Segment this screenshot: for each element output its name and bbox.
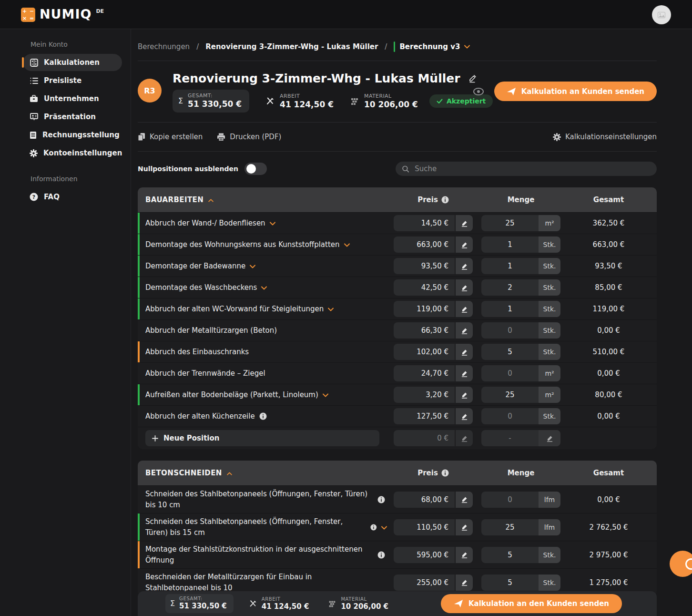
price-value[interactable]: 119,00 € <box>394 301 455 317</box>
price-value[interactable]: 68,00 € <box>394 492 455 508</box>
edit-price-button[interactable] <box>456 215 473 231</box>
info-icon[interactable] <box>377 496 385 503</box>
expand-row-button[interactable] <box>323 393 328 397</box>
edit-price-button[interactable] <box>456 365 473 381</box>
edit-price-button[interactable] <box>456 408 473 424</box>
edit-price-button[interactable] <box>456 492 473 508</box>
price-value[interactable]: 24,70 € <box>394 365 455 381</box>
quantity-value[interactable]: 0 <box>481 322 539 339</box>
quantity-unit[interactable]: Stk. <box>539 258 560 274</box>
quantity-unit[interactable]: Stk. <box>539 301 560 317</box>
sidebar-item-kalkulationen[interactable]: Kalkulationen <box>23 54 122 71</box>
price-value[interactable]: 110,50 € <box>394 519 455 535</box>
price-value[interactable]: 66,30 € <box>394 322 455 339</box>
edit-price-button[interactable] <box>456 279 473 296</box>
user-avatar[interactable] <box>652 5 671 24</box>
quantity-unit[interactable]: Stk. <box>539 322 560 339</box>
quantity-value[interactable]: 0 <box>481 408 539 424</box>
quantity-value[interactable]: 1 <box>481 301 539 317</box>
quantity-unit[interactable]: Stk. <box>539 236 560 253</box>
table-row: Abbruch des Einbauschranks102,00 €5Stk.5… <box>138 341 657 362</box>
sidebar-item-unternehmen[interactable]: Unternehmen <box>23 90 122 107</box>
price-value[interactable]: 0 € <box>394 430 455 446</box>
price-value[interactable]: 102,00 € <box>394 344 455 360</box>
add-position-input[interactable]: Neue Position <box>145 430 379 446</box>
quantity-value[interactable]: 0 <box>481 365 539 381</box>
print-button[interactable]: Drucken (PDF) <box>217 133 281 141</box>
calculation-settings-button[interactable]: Kalkulationseinstellungen <box>553 133 657 141</box>
send-to-customer-button-bottom[interactable]: Kalkulation an den Kunden senden <box>441 594 622 613</box>
quantity-field: 0Stk. <box>481 322 560 339</box>
quantity-unit[interactable]: m² <box>539 387 560 403</box>
quantity-unit[interactable]: Stk. <box>539 547 560 563</box>
expand-row-button[interactable] <box>381 526 387 530</box>
info-icon[interactable] <box>441 196 449 204</box>
sidebar-item-kontoeinstellungen[interactable]: Kontoeinstellungen <box>23 144 122 162</box>
expand-row-button[interactable] <box>270 222 275 226</box>
info-icon[interactable] <box>370 524 377 531</box>
edit-price-button[interactable] <box>456 236 473 253</box>
sidebar-item-prsentation[interactable]: Präsentation <box>23 108 122 125</box>
copy-button[interactable]: Kopie erstellen <box>138 133 203 141</box>
sidebar-item-rechnungsstellung[interactable]: Rechnungsstellung <box>23 126 122 144</box>
price-value[interactable]: 595,00 € <box>394 547 455 563</box>
expand-row-button[interactable] <box>261 286 267 290</box>
price-value[interactable]: 663,00 € <box>394 236 455 253</box>
collapse-section-button[interactable] <box>227 472 232 475</box>
price-value[interactable]: 255,00 € <box>394 575 455 591</box>
quantity-unit[interactable]: m² <box>539 215 560 231</box>
edit-price-button[interactable] <box>456 547 473 563</box>
search-input[interactable] <box>415 164 650 173</box>
version-selector[interactable]: Berechnung v3 <box>394 41 470 52</box>
quantity-value[interactable]: 5 <box>481 575 539 591</box>
preview-button[interactable] <box>473 87 484 96</box>
breadcrumb-current[interactable]: Renovierung 3-Zimmer-Whg - Lukas Müller <box>205 42 378 51</box>
info-icon[interactable] <box>441 469 449 477</box>
edit-price-button[interactable] <box>456 301 473 317</box>
collapse-section-button[interactable] <box>208 199 214 202</box>
help-fab-button[interactable] <box>670 551 692 577</box>
hide-zero-positions-toggle[interactable] <box>244 163 267 175</box>
edit-price-button[interactable] <box>456 387 473 403</box>
expand-row-button[interactable] <box>328 308 334 311</box>
quantity-unit[interactable]: Stk. <box>539 344 560 360</box>
edit-price-button[interactable] <box>456 322 473 339</box>
breadcrumb-root[interactable]: Berechnungen <box>138 42 190 51</box>
info-icon[interactable] <box>377 551 385 559</box>
price-value[interactable]: 14,50 € <box>394 215 455 231</box>
price-value[interactable]: 3,20 € <box>394 387 455 403</box>
expand-row-button[interactable] <box>344 243 350 247</box>
sidebar-item-preisliste[interactable]: Preisliste <box>23 72 122 89</box>
quantity-value[interactable]: 5 <box>481 547 539 563</box>
info-icon[interactable] <box>259 412 267 420</box>
sidebar-item-faq[interactable]: ?FAQ <box>23 188 122 205</box>
edit-quantity-button[interactable] <box>539 430 560 446</box>
quantity-value[interactable]: 5 <box>481 344 539 360</box>
quantity-value[interactable]: 0 <box>481 492 539 508</box>
quantity-unit[interactable]: Stk. <box>539 575 560 591</box>
quantity-value[interactable]: 25 <box>481 519 539 535</box>
price-value[interactable]: 42,50 € <box>394 279 455 296</box>
quantity-value[interactable]: - <box>481 430 539 446</box>
quantity-value[interactable]: 1 <box>481 236 539 253</box>
edit-price-button[interactable] <box>456 258 473 274</box>
quantity-unit[interactable]: m² <box>539 365 560 381</box>
price-value[interactable]: 127,50 € <box>394 408 455 424</box>
send-to-customer-button[interactable]: Kalkulation an Kunden senden <box>494 82 657 101</box>
quantity-unit[interactable]: Stk. <box>539 279 560 296</box>
quantity-unit[interactable]: Stk. <box>539 408 560 424</box>
material-value: 10 206,00 € <box>364 100 418 109</box>
quantity-unit[interactable]: lfm <box>539 492 560 508</box>
brand-logo[interactable]: +−×= NUMIQ DE <box>21 7 104 22</box>
edit-price-button[interactable] <box>456 344 473 360</box>
quantity-value[interactable]: 2 <box>481 279 539 296</box>
edit-price-button[interactable] <box>456 519 473 535</box>
price-value[interactable]: 93,50 € <box>394 258 455 274</box>
quantity-value[interactable]: 25 <box>481 387 539 403</box>
edit-price-button[interactable] <box>456 430 473 446</box>
quantity-unit[interactable]: lfm <box>539 519 560 535</box>
expand-row-button[interactable] <box>250 265 255 268</box>
quantity-value[interactable]: 1 <box>481 258 539 274</box>
edit-price-button[interactable] <box>456 575 473 591</box>
quantity-value[interactable]: 25 <box>481 215 539 231</box>
